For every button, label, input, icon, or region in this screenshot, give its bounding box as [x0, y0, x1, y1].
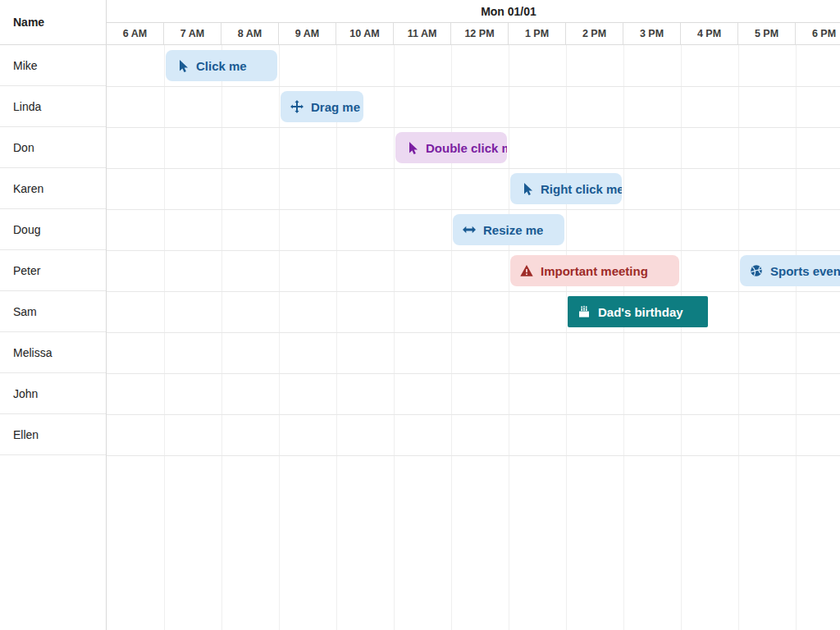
event-label: Important meeting: [541, 264, 648, 278]
event-label: Click me: [196, 59, 247, 73]
event-label: Right click me: [541, 182, 622, 196]
timeline-header: Mon 01/01 6 AM7 AM8 AM9 AM10 AM11 AM12 P…: [107, 0, 840, 45]
time-header-cell-8-am: 8 AM: [221, 23, 279, 44]
resource-row-melissa: Melissa: [0, 332, 106, 373]
time-header-cell-3-pm: 3 PM: [623, 23, 681, 44]
event-label: Drag me: [311, 100, 360, 114]
grid-vline: [279, 45, 280, 630]
resource-name-label: Don: [13, 141, 34, 154]
cursor-icon: [176, 59, 189, 72]
event-label: Dad's birthday: [598, 305, 683, 319]
grid-hline: [107, 250, 840, 251]
date-label: Mon 01/01: [481, 5, 536, 18]
time-header-cell-6-am: 6 AM: [107, 23, 164, 44]
grid-hline: [107, 414, 840, 415]
resource-name-label: John: [13, 387, 38, 400]
resource-name-label: Peter: [13, 264, 40, 277]
event-right-click-me[interactable]: Right click me: [510, 173, 622, 204]
time-header-cell-10-am: 10 AM: [336, 23, 394, 44]
grid-hline: [107, 127, 840, 128]
time-header-cell-4-pm: 4 PM: [681, 23, 738, 44]
cursor-icon: [520, 182, 533, 195]
grid-hline: [107, 168, 840, 169]
resource-name-label: Linda: [13, 100, 41, 113]
scheduler-app: Name Mon 01/01 6 AM7 AM8 AM9 AM10 AM11 A…: [0, 0, 840, 630]
resource-row-mike: Mike: [0, 45, 106, 86]
resource-name-column: MikeLindaDonKarenDougPeterSamMelissaJohn…: [0, 45, 107, 630]
event-label: Resize me: [483, 223, 543, 237]
name-column-header: Name: [0, 0, 107, 45]
grid-hline: [107, 291, 840, 292]
grid-hline: [107, 373, 840, 374]
grid-vline: [566, 45, 567, 630]
resource-row-karen: Karen: [0, 168, 106, 209]
resource-row-linda: Linda: [0, 86, 106, 127]
name-column-label: Name: [13, 16, 44, 29]
grid-vline: [221, 45, 222, 630]
grid-vline: [681, 45, 682, 630]
event-sports-event[interactable]: Sports event: [740, 255, 840, 286]
resource-name-label: Doug: [13, 223, 40, 236]
grid-vline: [394, 45, 395, 630]
event-double-click-me[interactable]: Double click me: [395, 132, 507, 163]
resource-name-label: Karen: [13, 182, 43, 195]
grid-hline: [107, 209, 840, 210]
time-header-row: 6 AM7 AM8 AM9 AM10 AM11 AM12 PM1 PM2 PM3…: [107, 23, 840, 44]
resource-row-ellen: Ellen: [0, 414, 106, 455]
resource-row-john: John: [0, 373, 106, 414]
grid-vline: [164, 45, 165, 630]
resource-name-label: Melissa: [13, 346, 52, 359]
grid-hline: [107, 332, 840, 333]
resource-row-peter: Peter: [0, 250, 106, 291]
time-header-cell-11-am: 11 AM: [394, 23, 451, 44]
grid-vline: [509, 45, 509, 630]
resize-horizontal-icon: [463, 223, 476, 236]
event-drag-me[interactable]: Drag me: [281, 91, 363, 122]
grid-vline: [738, 45, 739, 630]
event-dad-s-birthday[interactable]: Dad's birthday: [568, 296, 708, 327]
resource-name-label: Mike: [13, 59, 38, 72]
cursor-icon: [405, 141, 418, 154]
event-resize-me[interactable]: Resize me: [453, 214, 564, 245]
grid-vline: [336, 45, 337, 630]
ball-icon: [750, 264, 763, 277]
date-header: Mon 01/01: [107, 0, 840, 23]
resource-name-label: Ellen: [13, 428, 39, 441]
schedule-grid[interactable]: Click meDrag meDouble click meRight clic…: [107, 45, 840, 630]
schedule-grid-inner[interactable]: Click meDrag meDouble click meRight clic…: [107, 45, 840, 630]
grid-hline: [107, 455, 840, 456]
time-header-cell-9-am: 9 AM: [279, 23, 336, 44]
time-header-cell-12-pm: 12 PM: [451, 23, 509, 44]
grid-hline: [107, 86, 840, 87]
grid-vline: [623, 45, 624, 630]
time-header-cell-6-pm: 6 PM: [796, 23, 840, 44]
event-label: Sports event: [770, 264, 840, 278]
move-icon: [290, 100, 304, 113]
grid-vline: [796, 45, 797, 630]
resource-row-don: Don: [0, 127, 106, 168]
time-header-cell-1-pm: 1 PM: [509, 23, 566, 44]
resource-row-doug: Doug: [0, 209, 106, 250]
warning-icon: [520, 264, 533, 277]
event-label: Double click me: [426, 141, 507, 155]
time-header-cell-7-am: 7 AM: [164, 23, 221, 44]
time-header-cell-2-pm: 2 PM: [566, 23, 623, 44]
event-important-meeting[interactable]: Important meeting: [510, 255, 679, 286]
time-header-cell-5-pm: 5 PM: [738, 23, 796, 44]
event-click-me[interactable]: Click me: [166, 50, 277, 81]
resource-row-sam: Sam: [0, 291, 106, 332]
resource-name-label: Sam: [13, 305, 37, 318]
cake-icon: [578, 305, 591, 318]
